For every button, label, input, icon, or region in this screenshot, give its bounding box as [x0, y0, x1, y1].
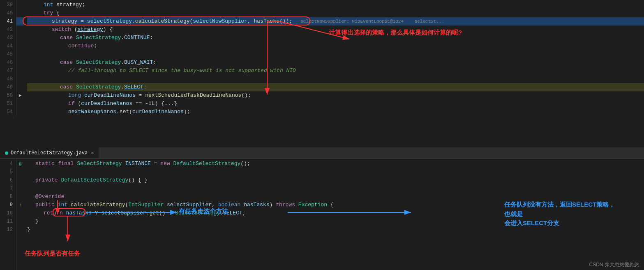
top-code-content: int strategy; try { strategy = selectStr… — [24, 0, 644, 116]
bottom-code-line-7 — [27, 184, 644, 193]
bottom-code-line-11: } — [27, 217, 644, 226]
code-line-51: if (curDeadlineNanos == -1L) {...} — [27, 100, 644, 108]
tab-label: DefaultSelectStrategy.java — [11, 150, 88, 156]
csdn-watermark: CSDN @大忽悠爱忽悠 — [589, 261, 639, 268]
code-line-41: strategy = selectStrategy.calculateStrat… — [27, 17, 644, 26]
code-line-50: long curDeadlineNanos = nextScheduledTas… — [27, 91, 644, 100]
code-line-39: int strategy; — [27, 1, 644, 9]
code-line-43: case SelectStrategy.CONTINUE: — [27, 34, 644, 42]
code-line-42: switch (strategy) { — [27, 26, 644, 34]
bottom-code-line-8: @Override — [27, 193, 644, 201]
bottom-code-line-5 — [27, 168, 644, 176]
code-line-54: nextWakeupNanos.set(curDeadlineNanos); — [27, 108, 644, 116]
bottom-code-content: static final SelectStrategy INSTANCE = n… — [24, 159, 644, 270]
code-line-46: case SelectStrategy.BUSY_WAIT: — [27, 58, 644, 67]
bottom-panel: 4 5 6 7 8 9 10 11 12 @ ↑ — [0, 159, 644, 270]
bottom-code-area: 4 5 6 7 8 9 10 11 12 @ ↑ — [0, 159, 644, 270]
code-line-47: // fall-through to SELECT since the busy… — [27, 67, 644, 75]
bottom-tab-bar: DefaultSelectStrategy.java ✕ — [0, 147, 644, 159]
bottom-code-line-10: return hasTasks ? selectSupplier.get() :… — [27, 209, 644, 217]
top-line-numbers: 39 40 41 42 43 44 45 46 47 48 49 50 51 5… — [0, 0, 16, 116]
code-line-45 — [27, 50, 644, 58]
code-line-49: case SelectStrategy.SELECT: — [27, 83, 644, 91]
bottom-gutter: @ ↑ — [16, 159, 24, 270]
code-line-40: try { — [27, 9, 644, 17]
tab-file-icon — [5, 151, 8, 155]
bottom-code-line-9: public int calculateStrategy(IntSupplier… — [27, 201, 644, 209]
bottom-code-line-4: static final SelectStrategy INSTANCE = n… — [27, 160, 644, 168]
tab-close-icon[interactable]: ✕ — [91, 150, 94, 156]
code-line-44: continue; — [27, 42, 644, 50]
editor-container: 39 40 41 42 43 44 45 46 47 48 49 50 51 5… — [0, 0, 644, 270]
bottom-code-line-12: } — [27, 226, 644, 234]
bottom-tab-defaultselectstrategy[interactable]: DefaultSelectStrategy.java ✕ — [0, 147, 99, 158]
code-line-48 — [27, 75, 644, 83]
top-panel: 39 40 41 42 43 44 45 46 47 48 49 50 51 5… — [0, 0, 644, 147]
bottom-code-line-6: private DefaultSelectStrategy() { } — [27, 176, 644, 184]
bottom-line-numbers: 4 5 6 7 8 9 10 11 12 — [0, 159, 16, 270]
gutter-area: ▶ — [16, 0, 24, 116]
top-code-area: 39 40 41 42 43 44 45 46 47 48 49 50 51 5… — [0, 0, 644, 116]
